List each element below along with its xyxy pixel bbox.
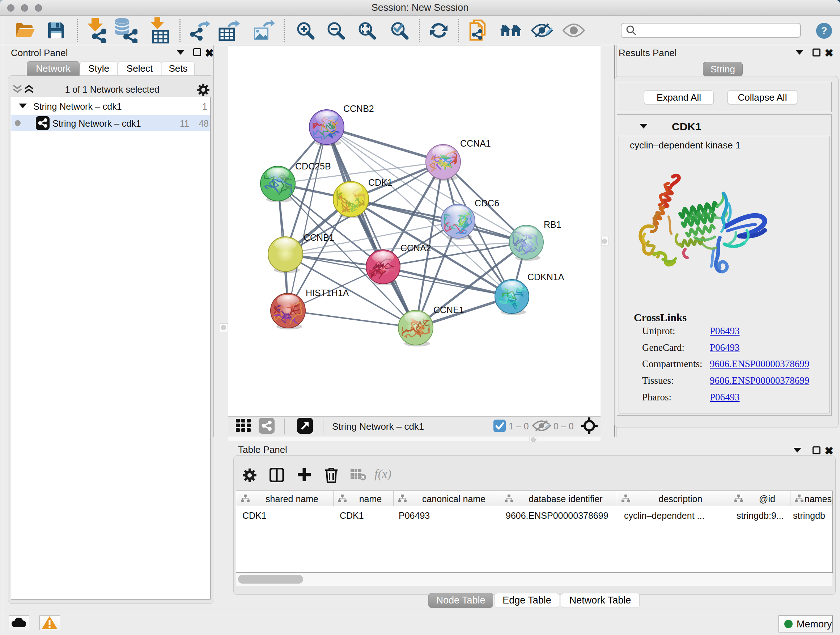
svg-text:CCNA2: CCNA2 <box>401 243 431 253</box>
svg-text:CDC25B: CDC25B <box>295 161 331 171</box>
svg-text:HIST1H1A: HIST1H1A <box>306 288 349 298</box>
svg-text:CCNB1: CCNB1 <box>303 233 334 242</box>
svg-text:RB1: RB1 <box>544 219 561 230</box>
svg-text:CDK1: CDK1 <box>368 177 393 187</box>
svg-text:CCNB2: CCNB2 <box>343 103 374 114</box>
svg-text:CDKN1A: CDKN1A <box>527 272 564 282</box>
svg-text:?: ? <box>821 25 827 36</box>
svg-text:CDC6: CDC6 <box>475 198 499 208</box>
svg-text:CCNA1: CCNA1 <box>460 138 491 149</box>
svg-text:CCNE1: CCNE1 <box>433 305 464 315</box>
